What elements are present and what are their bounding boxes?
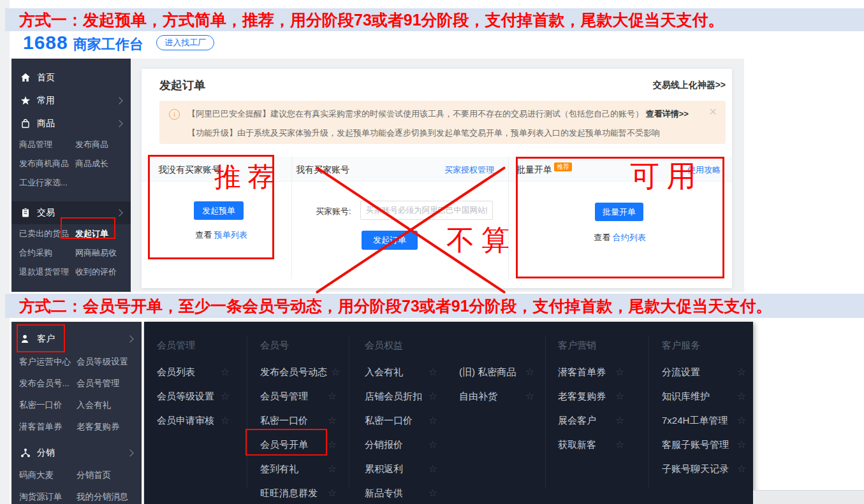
chevron-right-icon: [126, 335, 133, 342]
favorite-star-icon[interactable]: ☆: [221, 384, 230, 408]
favorite-star-icon[interactable]: ☆: [428, 457, 437, 481]
close-icon[interactable]: ×: [709, 104, 717, 119]
favorite-star-icon[interactable]: ☆: [737, 384, 746, 408]
favorite-star-icon[interactable]: ☆: [615, 360, 624, 384]
mega-menu-item[interactable]: 新品专供☆: [365, 481, 437, 504]
sidebar-link[interactable]: 已卖出的货品: [19, 228, 75, 240]
favorite-star-icon[interactable]: ☆: [428, 408, 437, 433]
info-icon: i: [169, 109, 180, 120]
sidebar-link[interactable]: 会员号管理: [77, 378, 120, 389]
mega-menu-item[interactable]: 分流设置☆: [662, 360, 746, 384]
favorite-star-icon[interactable]: ☆: [428, 384, 437, 408]
mega-menu-item[interactable]: 会员号管理☆: [260, 384, 337, 408]
favorite-star-icon[interactable]: ☆: [615, 408, 624, 433]
sidebar-item-frequent[interactable]: 常用: [11, 89, 131, 112]
sidebar-link[interactable]: 入会有礼: [77, 400, 111, 411]
mega-menu-item-member-open-order[interactable]: 会员号开单☆: [260, 433, 337, 457]
sidebar-link[interactable]: 私密一口价: [19, 400, 77, 411]
sidebar-link[interactable]: 老客复购券: [77, 421, 120, 433]
mega-menu-item[interactable]: 自由补货☆: [459, 384, 534, 408]
favorite-star-icon[interactable]: ☆: [328, 408, 337, 433]
favorite-star-icon[interactable]: ☆: [737, 360, 746, 384]
chevron-right-icon: [115, 120, 122, 127]
sidebar-link[interactable]: 客户运营中心: [19, 356, 77, 368]
usage-guide-link[interactable]: 使用攻略: [687, 164, 721, 176]
sidebar-link[interactable]: 商品成长: [75, 158, 108, 169]
sidebar-row: 码商大麦分销首页: [11, 464, 142, 486]
favorite-star-icon[interactable]: ☆: [525, 360, 534, 384]
favorite-star-icon[interactable]: ☆: [525, 384, 534, 408]
create-order-button[interactable]: 发起订单: [362, 231, 418, 250]
mega-menu-item[interactable]: 老客复购券☆: [558, 384, 624, 408]
sidebar-link[interactable]: 我的分销消息: [77, 491, 128, 503]
column-divider: [349, 336, 349, 489]
favorite-star-icon[interactable]: ☆: [328, 384, 337, 408]
sidebar-link[interactable]: 工业行家选...: [19, 177, 75, 189]
mega-menu-item[interactable]: 私密一口价☆: [365, 408, 437, 433]
sidebar-link[interactable]: 网商融易收: [75, 247, 117, 259]
favorite-star-icon[interactable]: ☆: [615, 384, 624, 408]
sidebar-link[interactable]: 发布商机商品: [19, 158, 75, 169]
trade-online-tool-link[interactable]: 交易线上化神器>>: [653, 80, 726, 91]
favorite-star-icon[interactable]: ☆: [428, 481, 437, 504]
favorite-star-icon[interactable]: ☆: [737, 457, 746, 481]
favorite-star-icon[interactable]: ☆: [331, 360, 340, 384]
mega-menu-item[interactable]: 客服子账号管理☆: [662, 433, 746, 457]
sidebar-link[interactable]: 收到的评价: [75, 266, 117, 278]
mega-menu-item[interactable]: 获取新客☆: [558, 433, 624, 457]
sidebar-link-create-order[interactable]: 发起订单: [75, 228, 108, 240]
mega-menu-item[interactable]: 会员申请审核☆: [157, 408, 230, 433]
favorite-star-icon[interactable]: ☆: [328, 457, 337, 481]
view-details-link[interactable]: 查看详情>>: [646, 109, 689, 119]
enter-factory-link[interactable]: 进入找工厂: [156, 35, 214, 50]
sidebar-link[interactable]: 潜客首单券: [19, 421, 77, 433]
favorite-star-icon[interactable]: ☆: [328, 481, 337, 504]
sidebar-item-customer[interactable]: 客户: [11, 327, 142, 351]
mega-menu-item[interactable]: 知识库维护☆: [662, 384, 746, 408]
sidebar-row: 淘货源订单我的分销消息: [11, 486, 142, 504]
mega-column-header: 会员号: [260, 336, 337, 355]
sidebar-link[interactable]: 发布会员号...: [19, 378, 77, 389]
create-preorder-button[interactable]: 发起预单: [194, 201, 244, 220]
sidebar-item-goods[interactable]: 商品: [11, 112, 131, 135]
sidebar-item-home[interactable]: 首页: [11, 66, 131, 89]
favorite-star-icon[interactable]: ☆: [428, 433, 437, 457]
mega-menu-item[interactable]: 展会客户☆: [558, 408, 624, 433]
mega-menu-item[interactable]: 会员等级设置☆: [157, 384, 230, 408]
mega-menu-item[interactable]: 旺旺消息群发☆: [260, 481, 337, 504]
mega-menu-item[interactable]: 入会有礼☆: [365, 360, 437, 384]
mega-menu-item[interactable]: 潜客首单券☆: [558, 360, 624, 384]
mega-menu-item[interactable]: 7x24H工单管理☆: [662, 408, 746, 433]
favorite-star-icon[interactable]: ☆: [428, 360, 437, 384]
sidebar-link[interactable]: 淘货源订单: [19, 491, 77, 503]
mega-menu-item[interactable]: 会员列表☆: [157, 360, 230, 384]
mega-menu-item[interactable]: 子账号聊天记录☆: [662, 457, 746, 481]
contract-list-link[interactable]: 合约列表: [613, 233, 646, 242]
favorite-star-icon[interactable]: ☆: [615, 433, 624, 457]
favorite-star-icon[interactable]: ☆: [737, 408, 746, 433]
sidebar-link[interactable]: 发布商品: [75, 139, 108, 150]
sidebar-link[interactable]: 合约采购: [19, 247, 75, 259]
mega-menu-item[interactable]: 发布会员号动态☆: [260, 360, 337, 384]
sidebar-link[interactable]: 分销首页: [77, 470, 111, 481]
sidebar-link[interactable]: 商品管理: [19, 139, 75, 150]
preorder-list-link[interactable]: 预单列表: [214, 230, 247, 240]
buyer-account-input[interactable]: [360, 201, 493, 220]
sidebar-link[interactable]: 退款退货管理: [19, 266, 75, 278]
favorite-star-icon[interactable]: ☆: [221, 408, 230, 433]
favorite-star-icon[interactable]: ☆: [328, 433, 337, 457]
batch-order-button[interactable]: 批量开单: [595, 203, 643, 221]
sidebar-link[interactable]: 码商大麦: [19, 470, 77, 481]
mega-menu-item[interactable]: (旧) 私密商品☆: [459, 360, 534, 384]
mega-menu-item[interactable]: 店铺会员折扣☆: [365, 384, 437, 408]
sidebar-item-distribution[interactable]: 分销: [11, 442, 142, 464]
mega-menu-item[interactable]: 分销报价☆: [365, 433, 437, 457]
buyer-auth-manage-link[interactable]: 买家授权管理: [444, 164, 494, 176]
mega-menu-item[interactable]: 私密一口价☆: [260, 408, 337, 433]
favorite-star-icon[interactable]: ☆: [221, 360, 230, 384]
mega-menu-item[interactable]: 签到有礼☆: [260, 457, 337, 481]
sidebar-item-trade[interactable]: 交易: [11, 201, 131, 224]
sidebar-link[interactable]: 会员等级设置: [77, 356, 128, 368]
mega-menu-item[interactable]: 累积返利☆: [365, 457, 437, 481]
favorite-star-icon[interactable]: ☆: [737, 433, 746, 457]
